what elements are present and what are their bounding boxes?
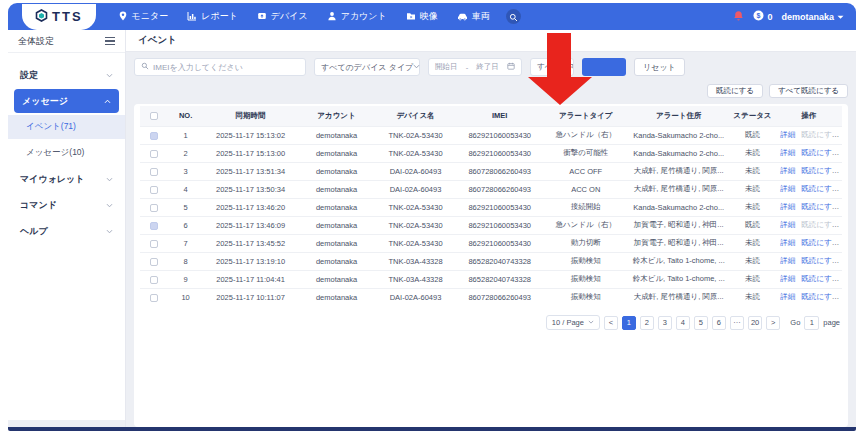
detail-link[interactable]: 詳細 <box>780 166 795 175</box>
cell-alert-type: 動力切断 <box>544 234 628 252</box>
nav-menu: モニター レポート デバイス アカウント 映像 車両 <box>118 10 490 23</box>
imei-search-input[interactable] <box>153 63 299 72</box>
sidebar-item-label: コマンド <box>20 199 57 212</box>
bottom-bar <box>8 427 856 431</box>
row-checkbox[interactable] <box>150 258 158 266</box>
hamburger-icon[interactable] <box>105 37 115 46</box>
row-checkbox[interactable] <box>150 276 158 284</box>
nav-item-report[interactable]: レポート <box>187 10 238 23</box>
prev-page-button[interactable]: < <box>604 316 618 330</box>
event-table: NO. 同期時間 アカウント デバイス名 IMEI アラートタイプ アラート住所… <box>140 106 842 306</box>
event-table-card: NO. 同期時間 アカウント デバイス名 IMEI アラートタイプ アラート住所… <box>134 104 848 427</box>
date-range-picker[interactable]: 開始日 - 終了日 <box>428 58 522 76</box>
sidebar-item-help[interactable]: ヘルプ <box>8 219 125 243</box>
select-all-checkbox[interactable] <box>150 112 158 120</box>
mark-read-link[interactable]: 既読にする <box>801 220 839 229</box>
nav-item-video[interactable]: 映像 <box>406 10 438 23</box>
sidebar-item-settings[interactable]: 設定 <box>8 63 125 87</box>
detail-link[interactable]: 詳細 <box>780 148 795 157</box>
sidebar-item-label: メッセージ <box>22 95 68 108</box>
mark-read-link[interactable]: 既読にする <box>801 274 839 283</box>
imei-search-field[interactable] <box>134 58 306 76</box>
chevron-up-icon <box>104 98 111 105</box>
chevron-down-icon <box>837 12 844 22</box>
go-page-input[interactable] <box>804 316 819 330</box>
table-row: 52025-11-17 13:46:20demotanakaTNK-02A-53… <box>140 198 842 216</box>
chevron-down-icon <box>106 72 113 79</box>
row-checkbox[interactable] <box>150 132 158 140</box>
cell-alert-type: 振動検知 <box>544 288 628 306</box>
cell-imei: 860728066260493 <box>456 288 544 306</box>
page-button[interactable]: 1 <box>622 316 636 330</box>
mark-read-link[interactable]: 既読にする <box>801 292 839 301</box>
detail-link[interactable]: 詳細 <box>780 130 795 139</box>
mark-read-link[interactable]: 既読にする <box>801 238 839 247</box>
detail-link[interactable]: 詳細 <box>780 256 795 265</box>
status-select[interactable]: すべてのステ <box>530 58 574 76</box>
logo-text: TTS <box>52 9 83 24</box>
sidebar-item-wallet[interactable]: マイウォレット <box>8 167 125 191</box>
mark-read-link[interactable]: 既読にする <box>801 184 839 193</box>
row-checkbox[interactable] <box>150 168 158 176</box>
row-checkbox[interactable] <box>150 150 158 158</box>
page-button[interactable]: 3 <box>658 316 672 330</box>
mark-read-link[interactable]: 既読にする <box>801 202 839 211</box>
row-checkbox[interactable] <box>150 222 158 230</box>
page-button[interactable]: 5 <box>694 316 708 330</box>
sidebar-subitem-events[interactable]: イベント(71) <box>8 115 125 139</box>
user-menu[interactable]: demotanaka <box>781 12 844 22</box>
nav-item-vehicle[interactable]: 車両 <box>457 10 490 23</box>
username: demotanaka <box>781 12 834 22</box>
page-button[interactable]: 4 <box>676 316 690 330</box>
col-alert-address: アラート住所 <box>628 106 730 126</box>
detail-link[interactable]: 詳細 <box>780 274 795 283</box>
table-row: 12025-11-17 15:13:02demotanakaTNK-02A-53… <box>140 126 842 144</box>
next-page-button[interactable]: > <box>766 316 780 330</box>
cell-alert-type: 振動検知 <box>544 270 628 288</box>
svg-text:$: $ <box>757 12 761 20</box>
sidebar-item-messages[interactable]: メッセージ <box>14 89 119 113</box>
nav-item-monitor[interactable]: モニター <box>118 10 169 23</box>
col-sync-time: 同期時間 <box>203 106 298 126</box>
page-button[interactable]: 2 <box>640 316 654 330</box>
reset-button[interactable]: リセット <box>634 58 685 76</box>
row-checkbox[interactable] <box>150 294 158 302</box>
sidebar-subitem-messages[interactable]: メッセージ(10) <box>8 141 125 165</box>
logo[interactable]: TTS <box>22 4 96 30</box>
detail-link[interactable]: 詳細 <box>780 238 795 247</box>
video-folder-icon <box>406 11 416 23</box>
row-checkbox[interactable] <box>150 186 158 194</box>
detail-link[interactable]: 詳細 <box>780 292 795 301</box>
detail-link[interactable]: 詳細 <box>780 202 795 211</box>
cell-account: demotanaka <box>298 216 375 234</box>
page-size-select[interactable]: 10 / Page <box>546 315 600 330</box>
mark-read-link[interactable]: 既読にする <box>801 148 839 157</box>
nav-item-account[interactable]: アカウント <box>327 10 387 23</box>
location-pin-icon <box>118 11 128 23</box>
mark-read-link[interactable]: 既読にする <box>801 166 839 175</box>
mark-all-read-button[interactable]: すべて既読にする <box>769 84 848 98</box>
device-type-select[interactable]: すべてのデバイス タイプ <box>314 58 420 76</box>
detail-link[interactable]: 詳細 <box>780 184 795 193</box>
mark-read-link[interactable]: 既読にする <box>801 130 839 139</box>
search-button[interactable] <box>582 58 626 76</box>
chevron-down-icon <box>106 228 113 235</box>
cell-status: 既読 <box>730 216 776 234</box>
mark-read-link[interactable]: 既読にする <box>801 256 839 265</box>
wallet-balance[interactable]: $ 0 <box>753 10 772 23</box>
page-button[interactable]: 20 <box>748 316 762 330</box>
cell-alert-type: ACC OFF <box>544 162 628 180</box>
page-ellipsis[interactable]: ··· <box>730 316 744 330</box>
sidebar-item-command[interactable]: コマンド <box>8 193 125 217</box>
detail-link[interactable]: 詳細 <box>780 220 795 229</box>
page-button[interactable]: 6 <box>712 316 726 330</box>
nav-item-device[interactable]: デバイス <box>257 10 308 23</box>
page-title: イベント <box>126 30 856 52</box>
nav-search-button[interactable] <box>506 9 521 24</box>
row-checkbox[interactable] <box>150 240 158 248</box>
nav-label: モニター <box>132 10 169 23</box>
mark-read-button[interactable]: 既読にする <box>707 84 763 98</box>
bell-icon[interactable] <box>733 8 744 26</box>
row-checkbox[interactable] <box>150 204 158 212</box>
sidebar: 全体設定 設定 メッセージ イベント(71) メッセージ(10) <box>8 30 125 420</box>
